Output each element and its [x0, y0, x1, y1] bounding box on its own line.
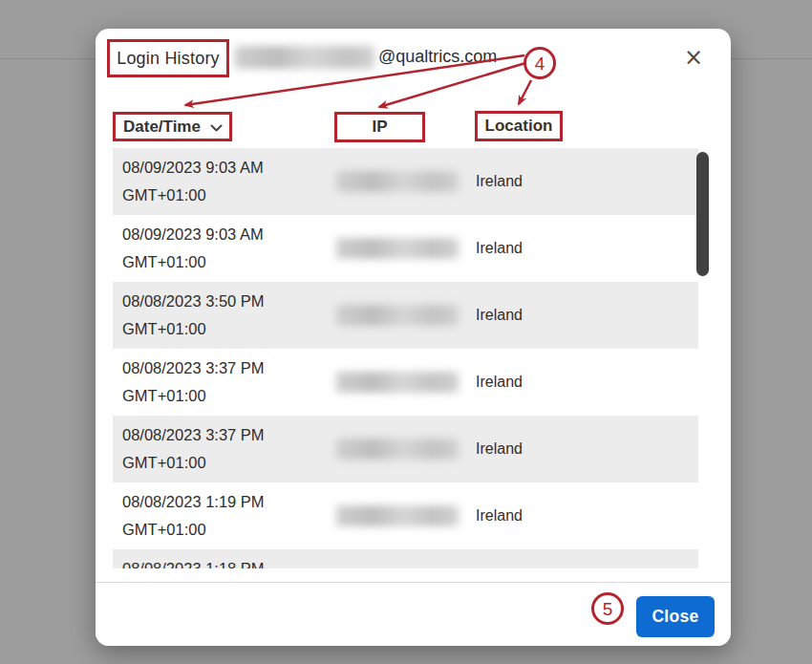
annotation-box-datetime: Date/Time [113, 112, 232, 141]
login-location: Ireland [476, 148, 523, 215]
login-row-partial: 08/08/2023 1:18 PM [113, 549, 698, 568]
column-label-location: Location [485, 117, 553, 136]
login-location: Ireland [476, 416, 523, 482]
close-icon[interactable]: × [679, 43, 708, 72]
column-label-datetime: Date/Time [123, 118, 201, 137]
redacted-ip [336, 439, 459, 460]
login-datetime: 08/08/2023 3:37 PM [122, 421, 265, 449]
email-domain: @qualtrics.com [378, 29, 497, 84]
login-timezone: GMT+01:00 [122, 382, 265, 410]
login-location: Ireland [476, 349, 523, 416]
redacted-ip [336, 505, 459, 526]
dialog-title: Login History [117, 49, 220, 69]
chevron-down-icon [210, 118, 223, 137]
login-row: 08/08/2023 1:19 PM GMT+01:00 Ireland [113, 482, 698, 549]
login-row: 08/08/2023 3:50 PM GMT+01:00 Ireland [113, 282, 698, 349]
login-datetime: 08/09/2023 9:03 AM [122, 221, 264, 248]
login-timezone: GMT+01:00 [122, 248, 264, 276]
annotation-box-location: Location [475, 111, 563, 141]
scrollbar-thumb[interactable] [696, 152, 709, 276]
redacted-ip [336, 171, 459, 192]
dialog-header: Login History @qualtrics.com × [96, 29, 731, 85]
dialog-footer: Close [96, 582, 731, 646]
login-row: 08/09/2023 9:03 AM GMT+01:00 Ireland [113, 148, 698, 215]
column-header-datetime[interactable]: Date/Time [123, 118, 223, 137]
column-header-ip[interactable]: IP [372, 118, 387, 137]
table-header-row: Date/Time IP Location [96, 84, 731, 148]
login-datetime: 08/09/2023 9:03 AM [122, 154, 264, 182]
login-location: Ireland [476, 215, 523, 282]
login-timezone: GMT+01:00 [122, 449, 265, 477]
close-button[interactable]: Close [636, 596, 715, 637]
login-timezone: GMT+01:00 [122, 516, 265, 544]
annotation-box-title: Login History [107, 39, 229, 77]
column-label-ip: IP [372, 118, 387, 137]
login-row: 08/09/2023 9:03 AM GMT+01:00 Ireland [113, 215, 698, 282]
login-datetime: 08/08/2023 3:37 PM [122, 354, 265, 382]
login-timezone: GMT+01:00 [122, 182, 264, 209]
login-location: Ireland [476, 282, 523, 349]
login-history-table: 08/09/2023 9:03 AM GMT+01:00 Ireland 08/… [96, 148, 731, 568]
login-row: 08/08/2023 3:37 PM GMT+01:00 Ireland [113, 416, 698, 482]
redacted-ip [336, 305, 459, 326]
column-header-location[interactable]: Location [485, 117, 553, 136]
redacted-ip [336, 372, 459, 393]
redacted-username [235, 46, 374, 69]
login-datetime: 08/08/2023 1:19 PM [122, 488, 265, 516]
login-datetime: 08/08/2023 1:18 PM [122, 555, 265, 568]
login-location: Ireland [476, 482, 523, 549]
login-datetime: 08/08/2023 3:50 PM [122, 288, 265, 315]
annotation-box-ip: IP [334, 112, 425, 142]
login-timezone: GMT+01:00 [122, 315, 265, 343]
redacted-ip [336, 238, 459, 259]
login-history-dialog: Login History @qualtrics.com × Date/Time… [96, 29, 731, 646]
login-row: 08/08/2023 3:37 PM GMT+01:00 Ireland [113, 349, 698, 416]
